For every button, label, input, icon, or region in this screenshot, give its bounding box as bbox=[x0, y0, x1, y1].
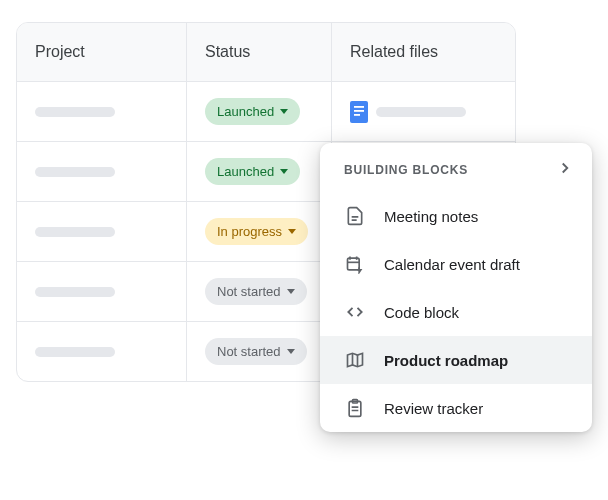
menu-item-label: Calendar event draft bbox=[384, 256, 520, 273]
menu-item-label: Code block bbox=[384, 304, 459, 321]
menu-item-code-block[interactable]: Code block bbox=[320, 288, 592, 336]
building-blocks-menu: BUILDING BLOCKS Meeting notes Calendar e… bbox=[320, 143, 592, 432]
column-header-project: Project bbox=[17, 23, 187, 81]
chevron-down-icon bbox=[287, 289, 295, 294]
calendar-event-icon bbox=[344, 253, 366, 275]
svg-marker-10 bbox=[348, 353, 363, 366]
status-badge-not-started[interactable]: Not started bbox=[205, 338, 307, 365]
chevron-down-icon bbox=[287, 349, 295, 354]
placeholder-text bbox=[35, 227, 115, 237]
menu-item-label: Review tracker bbox=[384, 400, 483, 417]
placeholder-text bbox=[35, 347, 115, 357]
svg-rect-3 bbox=[354, 114, 360, 116]
svg-rect-2 bbox=[354, 110, 364, 112]
chevron-right-icon bbox=[556, 159, 574, 180]
menu-header[interactable]: BUILDING BLOCKS bbox=[320, 143, 592, 192]
placeholder-text bbox=[376, 107, 466, 117]
placeholder-text bbox=[35, 167, 115, 177]
table-row: Launched bbox=[17, 82, 515, 142]
clipboard-list-icon bbox=[344, 397, 366, 419]
chevron-down-icon bbox=[280, 169, 288, 174]
status-badge-launched[interactable]: Launched bbox=[205, 158, 300, 185]
menu-item-product-roadmap[interactable]: Product roadmap bbox=[320, 336, 592, 384]
menu-item-review-tracker[interactable]: Review tracker bbox=[320, 384, 592, 432]
menu-item-calendar-event[interactable]: Calendar event draft bbox=[320, 240, 592, 288]
svg-rect-1 bbox=[354, 106, 364, 108]
status-label: Launched bbox=[217, 164, 274, 179]
map-icon bbox=[344, 349, 366, 371]
menu-item-label: Meeting notes bbox=[384, 208, 478, 225]
placeholder-text bbox=[35, 287, 115, 297]
related-file-chip[interactable] bbox=[350, 101, 466, 123]
column-header-status: Status bbox=[187, 23, 332, 81]
code-angle-icon bbox=[344, 301, 366, 323]
chevron-down-icon bbox=[288, 229, 296, 234]
table-header-row: Project Status Related files bbox=[17, 23, 515, 82]
menu-title: BUILDING BLOCKS bbox=[344, 163, 468, 177]
status-label: Not started bbox=[217, 344, 281, 359]
menu-item-label: Product roadmap bbox=[384, 352, 508, 369]
status-badge-in-progress[interactable]: In progress bbox=[205, 218, 308, 245]
status-label: Not started bbox=[217, 284, 281, 299]
doc-icon bbox=[350, 101, 368, 123]
menu-item-meeting-notes[interactable]: Meeting notes bbox=[320, 192, 592, 240]
svg-rect-0 bbox=[350, 101, 368, 123]
column-header-files: Related files bbox=[332, 23, 515, 81]
status-badge-launched[interactable]: Launched bbox=[205, 98, 300, 125]
file-text-icon bbox=[344, 205, 366, 227]
svg-rect-6 bbox=[348, 258, 360, 270]
status-label: In progress bbox=[217, 224, 282, 239]
status-badge-not-started[interactable]: Not started bbox=[205, 278, 307, 305]
chevron-down-icon bbox=[280, 109, 288, 114]
placeholder-text bbox=[35, 107, 115, 117]
status-label: Launched bbox=[217, 104, 274, 119]
